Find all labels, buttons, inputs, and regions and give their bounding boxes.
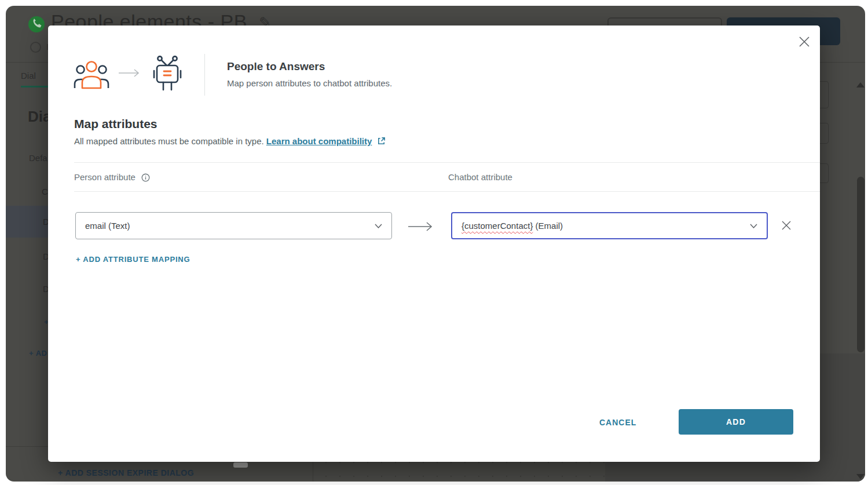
people-group-icon bbox=[74, 60, 109, 89]
section-title: Map attributes bbox=[74, 117, 158, 131]
chatbot-icon bbox=[150, 54, 185, 93]
person-attribute-column-header: Person attribute bbox=[74, 172, 150, 182]
chatbot-attribute-value: {customerContact} (Email) bbox=[462, 221, 563, 231]
chatbot-attribute-type: (Email) bbox=[533, 221, 563, 231]
info-icon[interactable] bbox=[141, 173, 150, 182]
add-dialog-link: + AD bbox=[29, 349, 47, 358]
chatbot-attribute-name: {customerContact} bbox=[462, 221, 533, 231]
chevron-down-icon bbox=[750, 224, 757, 228]
add-button[interactable]: ADD bbox=[679, 409, 793, 435]
person-attribute-select[interactable]: email (Text) bbox=[75, 212, 392, 239]
external-link-icon[interactable] bbox=[377, 137, 386, 145]
people-to-answers-modal: People to Answers Map person attributes … bbox=[48, 25, 820, 462]
columns-divider bbox=[74, 191, 820, 192]
modal-title: People to Answers bbox=[227, 60, 325, 73]
section-divider bbox=[74, 162, 820, 163]
add-session-expire-link: + ADD SESSION EXPIRE DIALOG bbox=[58, 468, 194, 477]
sidebar-item: C bbox=[42, 187, 48, 196]
header-divider-vertical bbox=[204, 54, 205, 96]
modal-subtitle: Map person attributes to chatbot attribu… bbox=[227, 78, 392, 88]
mapping-arrow-icon bbox=[407, 221, 434, 234]
chatbot-attribute-column-header: Chatbot attribute bbox=[448, 172, 512, 182]
remove-mapping-icon[interactable] bbox=[781, 220, 792, 231]
cancel-button[interactable]: CANCEL bbox=[599, 418, 636, 427]
section-description-row: All mapped attributes must be compatible… bbox=[74, 136, 386, 146]
section-description: All mapped attributes must be compatible… bbox=[74, 136, 266, 146]
scrollbar-up-arrow[interactable] bbox=[856, 82, 865, 87]
scrollbar-down-arrow[interactable] bbox=[856, 474, 865, 479]
add-attribute-mapping-button[interactable]: + ADD ATTRIBUTE MAPPING bbox=[76, 255, 190, 264]
chevron-down-icon bbox=[375, 224, 382, 228]
status-radio bbox=[30, 42, 41, 53]
close-icon[interactable] bbox=[798, 35, 811, 48]
whatsapp-icon bbox=[28, 16, 45, 32]
scrollbar-thumb[interactable] bbox=[857, 177, 865, 352]
sidebar-item: Defa bbox=[29, 153, 47, 163]
screen: People elements - PB ✎ In Dial Dia Defa … bbox=[0, 0, 868, 485]
compatibility-link[interactable]: Learn about compatibility bbox=[266, 136, 372, 146]
tab-dialogs: Dial bbox=[21, 71, 36, 81]
hidden-element-fragment bbox=[233, 462, 248, 468]
chatbot-attribute-select[interactable]: {customerContact} (Email) bbox=[451, 212, 768, 239]
person-attribute-value: email (Text) bbox=[85, 221, 130, 231]
header-arrow-icon bbox=[118, 68, 141, 80]
